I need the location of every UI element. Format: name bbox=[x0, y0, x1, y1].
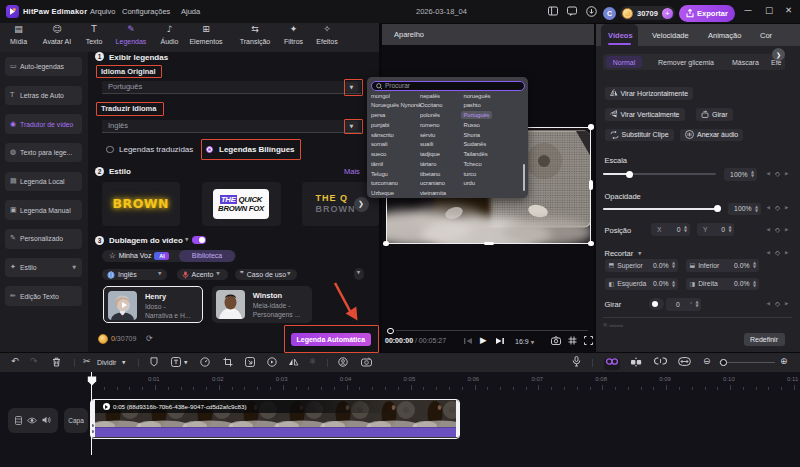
handle-bottom-right[interactable] bbox=[588, 241, 594, 247]
radio-bilingual[interactable] bbox=[206, 146, 214, 154]
language-option[interactable]: nepalês bbox=[420, 93, 440, 99]
reset-button[interactable]: Redefinir bbox=[744, 333, 785, 347]
radio-translated-label[interactable]: Legendas traduzidas bbox=[119, 145, 193, 154]
language-option[interactable]: mongol bbox=[371, 93, 390, 99]
snap-icon[interactable] bbox=[678, 357, 691, 368]
grid-icon[interactable] bbox=[568, 336, 577, 347]
crop-tool-icon[interactable] bbox=[223, 357, 233, 369]
scale-value-box[interactable]: 100% ▲▼ bbox=[724, 168, 757, 181]
export-frame-icon[interactable] bbox=[245, 357, 255, 369]
rotate-value-box[interactable]: 0° ▲▼ bbox=[666, 298, 701, 311]
language-option[interactable]: Occitano bbox=[420, 102, 442, 108]
sidebar-item-letras-de-auto[interactable]: TLetras de Auto bbox=[5, 86, 82, 106]
tab-animacao[interactable]: Animação bbox=[708, 31, 741, 40]
speed-icon[interactable] bbox=[200, 357, 210, 369]
translate-language-caret-icon[interactable]: ▼ bbox=[345, 121, 358, 131]
use-case-select[interactable]: ❞ Caso de uso ▼ bbox=[235, 269, 297, 280]
language-option[interactable]: sérvio bbox=[420, 132, 435, 138]
reverse-icon[interactable] bbox=[267, 357, 277, 369]
clip-trim-right[interactable] bbox=[456, 400, 460, 437]
translate-language-select[interactable]: Inglês ▼ bbox=[102, 120, 361, 134]
position-y-box[interactable]: Y0 ▲▼ bbox=[697, 223, 734, 236]
delete-icon[interactable] bbox=[52, 357, 61, 369]
language-option[interactable]: Telugu bbox=[371, 171, 388, 177]
ribbon-tab-legendas[interactable]: ✎Legendas bbox=[109, 25, 153, 45]
split-caret-icon[interactable]: ▼ bbox=[122, 361, 125, 366]
handle-right[interactable] bbox=[589, 180, 592, 190]
sidebar-item-legenda-local[interactable]: ▤Legenda Local bbox=[5, 172, 82, 192]
seek-track[interactable] bbox=[396, 330, 588, 331]
replace-clip-button[interactable]: Substituir Clipe bbox=[605, 129, 674, 142]
language-option[interactable]: Sudanês bbox=[464, 141, 487, 147]
play-icon[interactable]: ▶ bbox=[480, 336, 487, 345]
language-option[interactable]: norueguês bbox=[464, 93, 491, 99]
henry-play-icon[interactable] bbox=[117, 299, 130, 312]
language-option[interactable]: suaíli bbox=[420, 141, 433, 147]
language-option[interactable]: romeno bbox=[420, 122, 439, 128]
camera-icon[interactable] bbox=[361, 357, 372, 369]
rotate-button[interactable]: Girar bbox=[696, 108, 733, 121]
timeline-ruler[interactable]: 0:010:020:030:040:050:060:070:080:090:10… bbox=[0, 372, 800, 392]
text-caret-icon[interactable]: ▼ bbox=[184, 361, 187, 366]
tab-library[interactable]: Biblioteca bbox=[179, 250, 235, 262]
language-option[interactable]: Russo bbox=[464, 122, 480, 128]
menu-ajuda[interactable]: Ajuda bbox=[181, 7, 200, 16]
language-option[interactable]: sueco bbox=[371, 151, 386, 157]
keyframe-icon[interactable] bbox=[630, 357, 642, 369]
opacity-slider-knob[interactable] bbox=[714, 205, 721, 212]
face-track-icon[interactable] bbox=[338, 357, 348, 369]
ribbon-tab-transição[interactable]: ⇆Transição bbox=[233, 25, 277, 45]
language-option[interactable]: pashto bbox=[464, 102, 481, 108]
menu-arquivo[interactable]: Arquivo bbox=[90, 7, 115, 16]
feedback-icon[interactable] bbox=[567, 6, 577, 18]
voice-language-select[interactable]: Inglês ▼ bbox=[102, 269, 167, 280]
crop-esquerda-box[interactable]: ◧Esquerda0.0%▲▼ bbox=[605, 278, 678, 291]
sidebar-item-estilo[interactable]: ✦Estilo▼ bbox=[5, 258, 82, 278]
split-icon[interactable]: ✂ bbox=[83, 357, 91, 366]
position-y-stepper[interactable]: ▲▼ bbox=[728, 225, 731, 233]
cover-button[interactable]: Capa bbox=[64, 408, 88, 433]
track-mute-icon[interactable] bbox=[42, 416, 51, 425]
crop-caret-icon[interactable]: ▼ bbox=[638, 252, 641, 257]
stepper-down-icon[interactable]: ▼ bbox=[753, 284, 756, 288]
rotate-keyframe-controls[interactable]: ◀◇▶ bbox=[767, 301, 789, 308]
language-option[interactable]: Shona bbox=[464, 132, 481, 138]
crop-field-stepper[interactable]: ▲▼ bbox=[753, 280, 756, 288]
language-option[interactable]: tibetano bbox=[420, 171, 440, 177]
download-icon[interactable] bbox=[586, 6, 597, 19]
unlink-clips-icon[interactable] bbox=[654, 357, 667, 367]
crop-inferior-box[interactable]: ⬓Inferior0.0%▲▼ bbox=[686, 259, 759, 272]
text-box-icon[interactable] bbox=[171, 357, 181, 369]
language-option[interactable]: tártaro bbox=[420, 161, 436, 167]
sidebar-item-personalizado[interactable]: ✎Personalizado bbox=[5, 229, 82, 249]
sidebar-item-tradutor-de-v-deo[interactable]: ◉Tradutor de vídeo bbox=[5, 114, 82, 134]
language-option[interactable]: turcomano bbox=[371, 180, 398, 186]
language-option[interactable]: Tailandês bbox=[464, 151, 488, 157]
scale-slider-knob[interactable] bbox=[626, 171, 633, 178]
tab-cor[interactable]: Cor bbox=[760, 31, 772, 40]
split-label[interactable]: Dividir bbox=[97, 359, 116, 366]
user-avatar[interactable]: C bbox=[603, 7, 616, 20]
crop-field-stepper[interactable]: ▲▼ bbox=[672, 261, 675, 269]
handle-bottom[interactable] bbox=[484, 242, 494, 245]
zoom-out-icon[interactable]: ⊖ bbox=[703, 357, 711, 366]
auto-caption-button[interactable]: Legenda Automática bbox=[291, 333, 371, 346]
language-option[interactable]: Uzbeque bbox=[371, 190, 394, 196]
video-clip[interactable]: 0:05 (88d9316b-70b6-438e-9047-cd5d2afc9c… bbox=[90, 399, 460, 439]
language-option-selected[interactable]: Português bbox=[461, 111, 493, 119]
opacity-stepper[interactable]: ▲▼ bbox=[755, 205, 758, 213]
zoom-slider-track[interactable] bbox=[719, 362, 775, 364]
next-frame-icon[interactable] bbox=[496, 337, 504, 347]
subtab-remover[interactable]: Remover glicemia bbox=[658, 59, 714, 66]
scale-keyframe-controls[interactable]: ◀◇▶ bbox=[767, 171, 789, 178]
dub-toggle[interactable] bbox=[192, 236, 206, 244]
playhead-handle[interactable] bbox=[87, 372, 97, 390]
ribbon-tab-elementos[interactable]: ⊞Elementos bbox=[184, 25, 228, 45]
tab-videos[interactable]: Vídeos bbox=[608, 31, 633, 40]
layout-panels-icon[interactable] bbox=[548, 6, 558, 18]
sidebar-item-edi-o-texto[interactable]: ✏Edição Texto bbox=[5, 286, 82, 306]
language-option[interactable]: Norueguês Nynorsk bbox=[371, 102, 421, 108]
zoom-in-icon[interactable]: ⊕ bbox=[780, 357, 788, 366]
crop-field-stepper[interactable]: ▲▼ bbox=[672, 280, 675, 288]
track-visibility-icon[interactable] bbox=[27, 417, 37, 425]
